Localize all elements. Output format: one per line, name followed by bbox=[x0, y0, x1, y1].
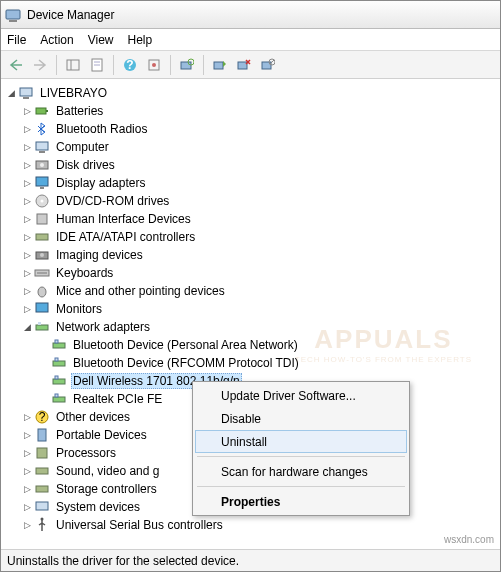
back-button[interactable] bbox=[5, 54, 27, 76]
category-icon bbox=[34, 463, 50, 479]
tree-category[interactable]: ◢ Network adapters bbox=[3, 318, 498, 336]
tree-device-label: Bluetooth Device (Personal Area Network) bbox=[71, 338, 300, 352]
network-adapter-icon bbox=[51, 355, 67, 371]
svg-rect-19 bbox=[36, 108, 46, 114]
expand-icon[interactable]: ▷ bbox=[21, 411, 33, 423]
menu-properties[interactable]: Properties bbox=[195, 490, 407, 513]
expand-icon[interactable]: ▷ bbox=[21, 195, 33, 207]
tree-category[interactable]: ▷ Universal Serial Bus controllers bbox=[3, 516, 498, 534]
expand-icon[interactable]: ▷ bbox=[21, 447, 33, 459]
category-icon: ? bbox=[34, 409, 50, 425]
uninstall-button[interactable] bbox=[233, 54, 255, 76]
expand-icon[interactable]: ▷ bbox=[21, 285, 33, 297]
menu-item-label: Uninstall bbox=[221, 435, 267, 449]
tree-category[interactable]: ▷ Keyboards bbox=[3, 264, 498, 282]
expand-icon[interactable]: ▷ bbox=[21, 231, 33, 243]
tree-category-label: Network adapters bbox=[54, 320, 152, 334]
svg-rect-42 bbox=[55, 358, 58, 361]
tree-device[interactable]: Bluetooth Device (Personal Area Network) bbox=[3, 336, 498, 354]
expand-icon[interactable]: ▷ bbox=[21, 213, 33, 225]
category-icon bbox=[34, 121, 50, 137]
tree-category[interactable]: ▷ Imaging devices bbox=[3, 246, 498, 264]
tree-root[interactable]: ◢ LIVEBRAYO bbox=[3, 84, 498, 102]
disable-button[interactable] bbox=[257, 54, 279, 76]
expand-icon[interactable]: ▷ bbox=[21, 159, 33, 171]
category-icon bbox=[34, 481, 50, 497]
expand-icon[interactable]: ▷ bbox=[21, 105, 33, 117]
svg-text:?: ? bbox=[39, 410, 46, 424]
toolbar-separator bbox=[203, 55, 204, 75]
properties-button[interactable] bbox=[86, 54, 108, 76]
menu-uninstall[interactable]: Uninstall bbox=[195, 430, 407, 453]
tree-category-label: Other devices bbox=[54, 410, 132, 424]
svg-rect-52 bbox=[36, 486, 48, 492]
svg-rect-41 bbox=[53, 361, 65, 366]
category-icon bbox=[34, 445, 50, 461]
collapse-icon[interactable]: ◢ bbox=[21, 321, 33, 333]
tree-category[interactable]: ▷ IDE ATA/ATAPI controllers bbox=[3, 228, 498, 246]
tree-category[interactable]: ▷ Bluetooth Radios bbox=[3, 120, 498, 138]
tree-category-label: Computer bbox=[54, 140, 111, 154]
tree-category[interactable]: ▷ Mice and other pointing devices bbox=[3, 282, 498, 300]
svg-rect-45 bbox=[53, 397, 65, 402]
forward-button[interactable] bbox=[29, 54, 51, 76]
menu-file[interactable]: File bbox=[7, 33, 26, 47]
tree-category[interactable]: ▷ Human Interface Devices bbox=[3, 210, 498, 228]
category-icon bbox=[34, 193, 50, 209]
tree-category-label: Universal Serial Bus controllers bbox=[54, 518, 225, 532]
tree-category[interactable]: ▷ Batteries bbox=[3, 102, 498, 120]
network-adapter-icon bbox=[51, 373, 67, 389]
tree-category[interactable]: ▷ DVD/CD-ROM drives bbox=[3, 192, 498, 210]
svg-rect-50 bbox=[37, 448, 47, 458]
menu-help[interactable]: Help bbox=[128, 33, 153, 47]
tree-category-label: System devices bbox=[54, 500, 142, 514]
computer-icon bbox=[18, 85, 34, 101]
expand-icon[interactable]: ▷ bbox=[21, 177, 33, 189]
expand-icon[interactable]: ▷ bbox=[21, 267, 33, 279]
update-driver-button[interactable] bbox=[209, 54, 231, 76]
tree-category-label: Monitors bbox=[54, 302, 104, 316]
tree-device[interactable]: Bluetooth Device (RFCOMM Protocol TDI) bbox=[3, 354, 498, 372]
category-icon bbox=[34, 517, 50, 533]
tree-category-label: Mice and other pointing devices bbox=[54, 284, 227, 298]
tree-category[interactable]: ▷ Disk drives bbox=[3, 156, 498, 174]
expand-icon[interactable]: ▷ bbox=[21, 249, 33, 261]
menu-view[interactable]: View bbox=[88, 33, 114, 47]
tree-category[interactable]: ▷ Computer bbox=[3, 138, 498, 156]
expand-icon[interactable]: ▷ bbox=[21, 483, 33, 495]
tree-device-label: Bluetooth Device (RFCOMM Protocol TDI) bbox=[71, 356, 301, 370]
menu-update-driver[interactable]: Update Driver Software... bbox=[195, 384, 407, 407]
svg-point-28 bbox=[41, 200, 44, 203]
expand-icon[interactable]: ▷ bbox=[21, 141, 33, 153]
expand-icon[interactable]: ▷ bbox=[21, 303, 33, 315]
svg-rect-51 bbox=[36, 468, 48, 474]
svg-rect-30 bbox=[36, 234, 48, 240]
tree-category-label: IDE ATA/ATAPI controllers bbox=[54, 230, 197, 244]
expand-icon[interactable]: ▷ bbox=[21, 465, 33, 477]
category-icon bbox=[34, 157, 50, 173]
collapse-icon[interactable]: ◢ bbox=[5, 87, 17, 99]
action-button[interactable] bbox=[143, 54, 165, 76]
expand-icon[interactable]: ▷ bbox=[21, 429, 33, 441]
expand-icon[interactable]: ▷ bbox=[21, 501, 33, 513]
svg-rect-39 bbox=[53, 343, 65, 348]
svg-text:?: ? bbox=[126, 58, 133, 72]
window-title: Device Manager bbox=[27, 8, 496, 22]
tree-category-label: Bluetooth Radios bbox=[54, 122, 149, 136]
menu-disable[interactable]: Disable bbox=[195, 407, 407, 430]
svg-rect-20 bbox=[46, 110, 48, 112]
tree-category[interactable]: ▷ Display adapters bbox=[3, 174, 498, 192]
titlebar: Device Manager bbox=[1, 1, 500, 29]
expand-icon[interactable]: ▷ bbox=[21, 123, 33, 135]
menu-scan-hardware[interactable]: Scan for hardware changes bbox=[195, 460, 407, 483]
svg-rect-1 bbox=[9, 20, 17, 22]
help-button[interactable]: ? bbox=[119, 54, 141, 76]
tree-category-label: Sound, video and g bbox=[54, 464, 161, 478]
svg-rect-44 bbox=[55, 376, 58, 379]
scan-hardware-button[interactable] bbox=[176, 54, 198, 76]
expand-icon[interactable]: ▷ bbox=[21, 519, 33, 531]
tree-category[interactable]: ▷ Monitors bbox=[3, 300, 498, 318]
show-hide-tree-button[interactable] bbox=[62, 54, 84, 76]
menu-action[interactable]: Action bbox=[40, 33, 73, 47]
svg-rect-38 bbox=[38, 322, 41, 325]
